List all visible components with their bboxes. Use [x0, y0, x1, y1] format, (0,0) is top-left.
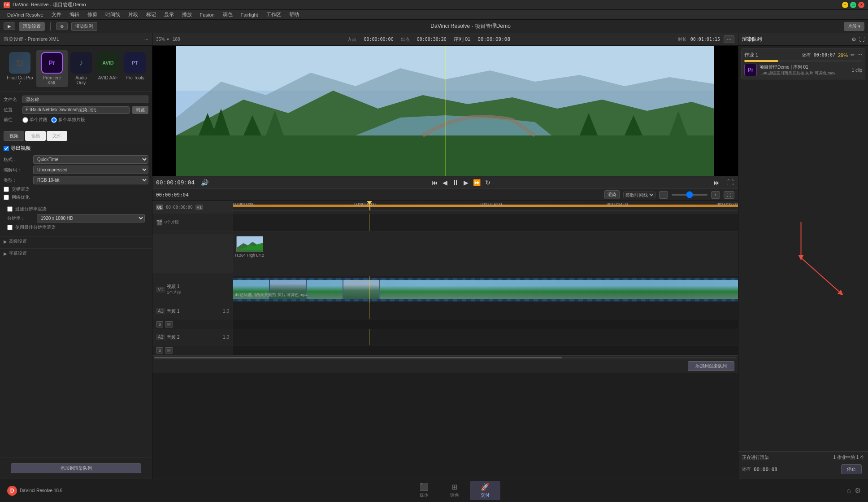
format-fcp7[interactable]: ⬛ Final Cut Pro 7	[4, 50, 36, 87]
interlace-checkbox[interactable]	[4, 187, 9, 192]
a2-solo-button[interactable]: S	[156, 347, 163, 354]
menu-edit[interactable]: 编辑	[66, 10, 83, 19]
a2-mute-button[interactable]: M	[165, 347, 173, 354]
job-detail: Pr 项目管理Demo | 序列 01 ...4K超级器川西美景航拍 灰片 可调…	[744, 64, 862, 76]
volume-button[interactable]: 🔊	[200, 178, 209, 187]
loop-button[interactable]: ↻	[484, 178, 491, 187]
job-title: 作业 1	[744, 52, 758, 58]
render-options-label: 前往	[4, 117, 20, 123]
go-end-button[interactable]: ⏭	[713, 178, 721, 187]
nav-deliver[interactable]: 🚀 交付	[470, 481, 500, 500]
single-clip-radio[interactable]	[22, 117, 28, 123]
play-pause-button[interactable]: ⏸	[451, 178, 460, 188]
menu-help[interactable]: 帮助	[286, 10, 303, 19]
chevron-right-icon2: ▶	[4, 251, 7, 256]
stop-render-button[interactable]: 停止	[841, 464, 862, 474]
frame-4	[343, 280, 379, 299]
location-input[interactable]	[22, 106, 130, 114]
magnify-button[interactable]: ⊕	[56, 22, 68, 30]
zoom-minus-btn[interactable]: −	[659, 191, 668, 199]
menu-davinci[interactable]: DaVinci Resolve	[4, 11, 47, 18]
format-label: 格式：	[4, 157, 30, 163]
nav-color[interactable]: ⊞ 调色	[439, 481, 470, 500]
nav-media[interactable]: ⬛ 媒体	[409, 481, 439, 500]
a1-mute-button[interactable]: M	[165, 321, 173, 327]
close-button[interactable]: ✕	[858, 2, 864, 8]
timeline-mode-select[interactable]: 整数时间线	[623, 192, 655, 198]
single-clip-option[interactable]: 单个片段	[22, 117, 48, 123]
menu-play[interactable]: 播放	[178, 10, 195, 19]
settings-button[interactable]: ⚙	[855, 486, 861, 495]
fullscreen-button[interactable]: ⛶	[726, 178, 734, 187]
render-btn[interactable]: 渲染	[604, 190, 620, 199]
codec-select[interactable]: Uncompressed	[33, 166, 148, 174]
render-queue-toolbar-btn[interactable]: 渲染队列	[71, 22, 97, 31]
track-a2-sub-content	[233, 345, 738, 355]
video-clip-v1[interactable]: 4K超级器川西美景航拍 灰片 可调色.mp4	[233, 278, 738, 301]
tab-file[interactable]: 文件	[47, 131, 67, 141]
job-edit-button[interactable]: ✏	[851, 52, 855, 58]
quick-export-button[interactable]: ▶	[4, 22, 15, 30]
play-forward-button[interactable]: ▶	[463, 178, 469, 187]
advanced-section-header[interactable]: ▶ 高级设置	[0, 236, 152, 246]
expand-timeline-btn[interactable]: ⛶	[724, 191, 734, 199]
multi-clip-radio[interactable]	[51, 117, 57, 123]
zoom-dropdown-icon[interactable]: ▾	[167, 37, 169, 42]
add-queue-bottom-btn[interactable]: 添加到渲染队列	[688, 361, 734, 371]
network-optimize-checkbox[interactable]	[4, 195, 9, 200]
format-avid[interactable]: AVID AVID AAF	[95, 50, 122, 87]
format-icons-row: ⬛ Final Cut Pro 7 Pr Premiere XML ♪ Audi…	[0, 46, 152, 92]
step-forward-button[interactable]: ⏩	[472, 178, 482, 187]
menu-workspace[interactable]: 工作区	[263, 10, 285, 19]
menu-color[interactable]: 调色	[219, 10, 236, 19]
menu-timeline[interactable]: 时间线	[102, 10, 124, 19]
resolution-filter-checkbox[interactable]	[7, 206, 13, 212]
minimize-button[interactable]: −	[842, 2, 848, 8]
panel-menu-icon[interactable]: ···	[144, 37, 148, 42]
resolution-section: 过滤分辨率渲染 分辨率： 1920 x 1080 HD 使用最佳分辨率渲染	[0, 202, 152, 234]
optimal-res-checkbox[interactable]	[7, 225, 13, 230]
track-camera-icon: 🎬	[156, 219, 163, 226]
step-back-button[interactable]: ◀	[442, 178, 448, 187]
transport-controls: ⏮ ◀ ⏸ ▶ ⏩ ↻	[215, 178, 707, 188]
home-button[interactable]: ⌂	[846, 486, 851, 495]
preview-options-button[interactable]: ⋯	[724, 35, 734, 43]
type-select[interactable]: RGB 10-bit	[33, 176, 148, 184]
menu-fairlight[interactable]: Fairlight	[237, 11, 262, 18]
zoom-slider[interactable]	[672, 194, 707, 196]
menu-trim[interactable]: 修剪	[84, 10, 101, 19]
panel-header: 渲染设置 - Premiere XML ···	[0, 33, 152, 46]
maximize-button[interactable]: □	[850, 2, 856, 8]
job-more-button[interactable]: ⋯	[857, 52, 862, 58]
render-settings-panel: 渲染设置 - Premiere XML ··· ⬛ Final Cut Pro …	[0, 33, 152, 479]
menu-display[interactable]: 显示	[161, 10, 178, 19]
clip-mode-button[interactable]: 片段 ▾	[844, 22, 864, 31]
tab-audio[interactable]: 音频	[25, 131, 46, 141]
multi-clip-option[interactable]: 多个单独片段	[51, 117, 85, 123]
menu-file[interactable]: 文件	[48, 10, 65, 19]
menu-fusion[interactable]: Fusion	[196, 11, 218, 18]
filename-input[interactable]	[22, 96, 148, 103]
menu-clip[interactable]: 片段	[125, 10, 142, 19]
menu-mark[interactable]: 标记	[143, 10, 160, 19]
resolution-select[interactable]: 1920 x 1080 HD	[37, 214, 145, 223]
protools-icon-box: PT	[124, 52, 146, 74]
scroll-track[interactable]	[154, 357, 736, 358]
format-audio[interactable]: ♪ Audio Only	[68, 50, 95, 87]
tab-video[interactable]: 视频	[4, 131, 24, 141]
go-start-button[interactable]: ⏮	[431, 178, 439, 187]
zoom-plus-btn[interactable]: +	[711, 191, 720, 199]
render-settings-button[interactable]: 渲染设置	[19, 22, 45, 31]
bottom-nav: D DaVinci Resolve 18.6 ⬛ 媒体 ⊞ 调色 🚀 交付 ⌂ …	[0, 479, 868, 502]
format-premiere[interactable]: Pr Premiere XML	[36, 50, 68, 87]
render-queue-settings-button[interactable]: ⚙	[851, 36, 856, 43]
add-to-queue-button[interactable]: 添加到渲染队列	[11, 463, 141, 473]
a1-solo-button[interactable]: S	[156, 321, 163, 327]
video-settings: 格式： QuickTime 编解码： Uncompressed 类型： RGB …	[0, 153, 152, 202]
browse-button[interactable]: 浏览	[132, 106, 148, 114]
export-video-checkbox[interactable]	[4, 146, 9, 151]
format-protools[interactable]: PT Pro Tools	[122, 50, 148, 87]
format-select[interactable]: QuickTime	[33, 155, 148, 164]
subtitle-section-header[interactable]: ▶ 字幕设置	[0, 248, 152, 258]
render-queue-expand-button[interactable]: ⛶	[859, 36, 864, 43]
